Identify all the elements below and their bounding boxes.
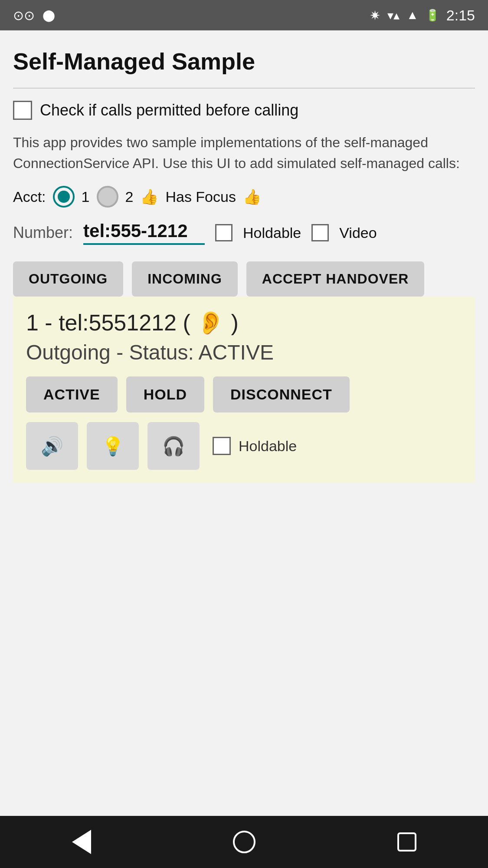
check-permitted-checkbox[interactable] — [13, 101, 32, 120]
back-icon — [72, 830, 91, 854]
acct1-label: 1 — [82, 188, 90, 205]
call-status: Outgoing - Status: ACTIVE — [26, 340, 462, 364]
holdable-row: Holdable — [213, 437, 297, 455]
video-checkbox[interactable] — [311, 224, 329, 241]
headphones-button[interactable]: 🎧 — [147, 422, 200, 470]
status-bar: ⊙⊙ ⬤ ✷ ▾▴ ▲ 🔋 2:15 — [0, 0, 488, 30]
status-bar-left: ⊙⊙ ⬤ — [13, 8, 55, 23]
bottom-nav — [0, 816, 488, 868]
accept-handover-button[interactable]: ACCEPT HANDOVER — [246, 261, 425, 297]
thumbsup1-icon: 👍 — [140, 188, 158, 205]
acct-row: Acct: 1 2 👍 Has Focus 👍 — [13, 186, 475, 208]
acct2-radio[interactable] — [97, 186, 118, 208]
number-label: Number: — [13, 224, 73, 242]
sync-icon: ⬤ — [43, 9, 55, 22]
disconnect-button[interactable]: DISCONNECT — [213, 376, 350, 413]
acct-label: Acct: — [13, 188, 46, 205]
status-bar-right: ✷ ▾▴ ▲ 🔋 2:15 — [370, 7, 475, 24]
signal-icon: ▲ — [406, 8, 419, 22]
outgoing-button[interactable]: OUTGOING — [13, 261, 123, 297]
main-content: Self-Managed Sample Check if calls permi… — [0, 30, 488, 816]
hold-button[interactable]: HOLD — [126, 376, 204, 413]
call-card: 1 - tel:5551212 ( 👂 ) Outgoing - Status:… — [13, 297, 475, 483]
call-number: 1 - tel:5551212 ( 👂 ) — [26, 310, 462, 336]
page-title: Self-Managed Sample — [13, 48, 475, 75]
holdable-checkbox-top[interactable] — [215, 224, 233, 241]
battery-icon: 🔋 — [426, 9, 439, 22]
back-button[interactable] — [60, 829, 103, 855]
thumbsup2-icon: 👍 — [243, 188, 261, 205]
lightbulb-icon: 💡 — [102, 436, 124, 457]
number-row: Number: Holdable Video — [13, 221, 475, 245]
incoming-button[interactable]: INCOMING — [132, 261, 238, 297]
check-permitted-label: Check if calls permitted before calling — [40, 101, 298, 119]
recent-button[interactable] — [385, 829, 429, 855]
home-button[interactable] — [223, 829, 266, 855]
status-time: 2:15 — [446, 7, 475, 24]
number-input[interactable] — [83, 221, 205, 245]
lightbulb-button[interactable]: 💡 — [87, 422, 139, 470]
headphones-icon: 🎧 — [162, 436, 185, 457]
voicemail-icon: ⊙⊙ — [13, 8, 35, 23]
action-buttons-row: OUTGOING INCOMING ACCEPT HANDOVER — [13, 261, 475, 297]
description-text: This app provides two sample implementat… — [13, 132, 475, 174]
home-icon — [233, 831, 255, 853]
video-label: Video — [339, 224, 377, 241]
has-focus-label: Has Focus — [165, 188, 236, 205]
speaker-button[interactable]: 🔊 — [26, 422, 78, 470]
title-divider — [13, 88, 475, 89]
check-permitted-row: Check if calls permitted before calling — [13, 101, 475, 120]
acct2-label: 2 — [125, 188, 134, 205]
wifi-icon: ▾▴ — [387, 8, 400, 23]
recent-icon — [397, 832, 416, 851]
holdable-checkbox-card[interactable] — [213, 437, 231, 455]
active-button[interactable]: ACTIVE — [26, 376, 118, 413]
speaker-icon: 🔊 — [41, 436, 63, 457]
acct1-radio[interactable] — [53, 186, 75, 208]
call-action-row: ACTIVE HOLD DISCONNECT — [26, 376, 462, 413]
holdable-label-top: Holdable — [243, 224, 301, 241]
holdable-label-card: Holdable — [239, 438, 297, 455]
call-icon-row: 🔊 💡 🎧 Holdable — [26, 422, 462, 470]
bluetooth-icon: ✷ — [370, 8, 380, 23]
